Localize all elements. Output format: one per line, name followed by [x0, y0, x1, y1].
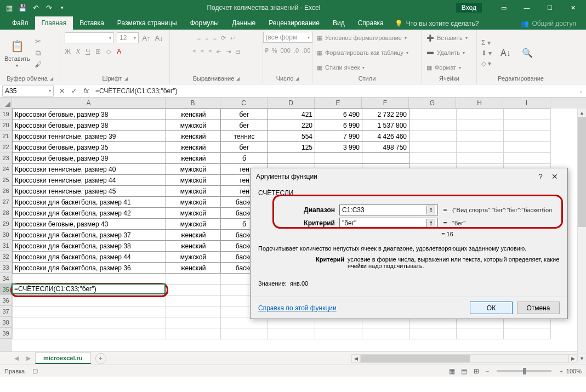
cell[interactable] [409, 153, 457, 164]
find-select-button[interactable]: 🔍 [519, 45, 536, 61]
cell[interactable] [409, 131, 457, 142]
scroll-down-icon[interactable]: ▼ [578, 354, 586, 362]
column-header[interactable]: E [315, 98, 362, 109]
cell[interactable]: мужской [166, 219, 221, 230]
merge-icon[interactable]: ⊟ [235, 48, 240, 55]
clear-icon[interactable]: ◇ ▾ [481, 60, 492, 67]
cell[interactable]: 3 990 [315, 142, 362, 153]
page-break-view-icon[interactable]: ⊞ [470, 366, 482, 376]
cell[interactable] [166, 317, 221, 328]
fill-color-icon[interactable]: ◇ [106, 48, 111, 55]
cell[interactable]: Кроссовки для баскетбола, размер 41 [13, 197, 166, 208]
cell[interactable] [409, 109, 457, 120]
row-header[interactable]: 37 [0, 306, 12, 317]
delete-cells-button[interactable]: ➖ Удалить ▾ [426, 47, 465, 59]
row-header[interactable]: 26 [0, 185, 12, 196]
cell[interactable]: мужской [166, 252, 221, 263]
cell[interactable]: мужской [166, 197, 221, 208]
cell[interactable] [504, 328, 551, 339]
scroll-right-icon[interactable]: ▶ [568, 354, 577, 363]
cell[interactable] [315, 328, 362, 339]
align-middle-icon[interactable]: ≡ [205, 35, 208, 41]
inc-decimal-icon[interactable]: .0 [294, 47, 299, 54]
increase-indent-icon[interactable]: ⇥ [226, 48, 231, 55]
cell[interactable]: 4 426 460 [362, 131, 409, 142]
share-button[interactable]: 👥 Общий доступ [517, 18, 579, 30]
row-header[interactable]: 35 [0, 284, 12, 295]
copy-icon[interactable]: ⧉ [33, 48, 43, 58]
cell-styles-button[interactable]: ▦ Стили ячеек ▾ [317, 61, 365, 73]
cell[interactable] [315, 153, 362, 164]
cell[interactable]: 1 537 800 [362, 120, 409, 131]
cell[interactable]: 554 [268, 131, 315, 142]
close-icon[interactable]: ✕ [562, 1, 584, 15]
save-icon[interactable]: 💾 [18, 3, 27, 13]
dialog-launcher-icon[interactable]: ◢ [124, 76, 128, 81]
cell[interactable] [362, 153, 409, 164]
column-header[interactable]: C [220, 98, 268, 109]
name-box[interactable]: A35▾ [2, 86, 54, 96]
row-header[interactable]: 38 [0, 317, 12, 328]
decrease-indent-icon[interactable]: ⇤ [217, 48, 221, 55]
row-header[interactable]: 30 [0, 229, 12, 240]
cell[interactable]: мужской [166, 186, 221, 197]
cell[interactable] [13, 306, 166, 317]
cut-icon[interactable]: ✂ [33, 37, 43, 47]
fill-icon[interactable]: ⬇ ▾ [481, 49, 492, 57]
cell[interactable]: 7 990 [315, 131, 362, 142]
qat-dropdown-icon[interactable]: ▾ [57, 3, 67, 13]
horizontal-scrollbar[interactable]: ◀ ▶ [107, 354, 586, 363]
cell[interactable] [457, 131, 504, 142]
row-header[interactable]: 33 [0, 262, 12, 273]
underline-icon[interactable]: Ч [86, 48, 90, 55]
tab-insert[interactable]: Вставка [73, 16, 111, 30]
tab-view[interactable]: Вид [326, 16, 351, 30]
scroll-thumb[interactable] [578, 117, 586, 227]
cell[interactable]: женский [166, 241, 221, 252]
page-layout-view-icon[interactable]: ▤ [458, 366, 470, 376]
cell[interactable] [166, 285, 221, 296]
undo-icon[interactable]: ↶ [31, 3, 41, 13]
cell[interactable] [221, 328, 268, 339]
cell[interactable] [13, 296, 166, 306]
column-header[interactable]: G [409, 98, 456, 109]
tab-review[interactable]: Рецензирование [262, 16, 326, 30]
cancel-button[interactable]: Отмена [517, 302, 560, 314]
tab-help[interactable]: Справка [351, 16, 390, 30]
column-header[interactable]: D [268, 98, 315, 109]
cell[interactable]: мужской [166, 120, 221, 131]
italic-icon[interactable]: К [76, 48, 80, 55]
sort-filter-button[interactable]: A↓ [497, 45, 514, 61]
row-header[interactable]: 28 [0, 207, 12, 218]
cell[interactable] [504, 109, 551, 120]
column-header[interactable]: B [166, 98, 220, 109]
row-header[interactable]: 24 [0, 163, 12, 174]
cell[interactable]: бег [221, 109, 268, 120]
cell[interactable] [409, 120, 457, 131]
row-header[interactable]: 31 [0, 240, 12, 251]
number-format-combo[interactable]: (все форм▾ [263, 32, 312, 43]
tab-home[interactable]: Главная [35, 16, 73, 30]
cell[interactable] [457, 120, 504, 131]
cell[interactable] [362, 328, 409, 339]
font-name-combo[interactable]: ▾ [65, 32, 114, 43]
row-header[interactable]: 23 [0, 152, 12, 163]
cell[interactable]: Кроссовки беговые, размер 38 [13, 120, 166, 131]
cell[interactable] [166, 306, 221, 317]
zoom-in-icon[interactable]: + [559, 368, 562, 374]
cell[interactable]: Кроссовки для баскетбола, размер 44 [13, 252, 166, 263]
cell[interactable]: женский [166, 109, 221, 120]
tab-layout[interactable]: Разметка страницы [111, 16, 184, 30]
cell[interactable]: Кроссовки беговые, размер 35 [13, 142, 166, 153]
align-center-icon[interactable]: ≡ [201, 48, 204, 55]
expand-formula-bar-icon[interactable]: ⌄ [576, 88, 586, 94]
row-header[interactable]: 27 [0, 196, 12, 207]
formula-input[interactable]: =СЧЁТЕСЛИ(C1:C33;"бег") [92, 87, 576, 95]
cell[interactable] [268, 328, 315, 339]
dialog-launcher-icon[interactable]: ◢ [50, 76, 53, 81]
cell[interactable]: Кроссовки теннисные, размер 44 [13, 175, 166, 186]
format-painter-icon[interactable]: 🖌 [33, 60, 43, 70]
tab-file[interactable]: Файл [5, 16, 35, 30]
cancel-formula-icon[interactable]: ✕ [56, 87, 68, 95]
conditional-formatting-button[interactable]: ▦ Условное форматирование ▾ [317, 32, 407, 44]
